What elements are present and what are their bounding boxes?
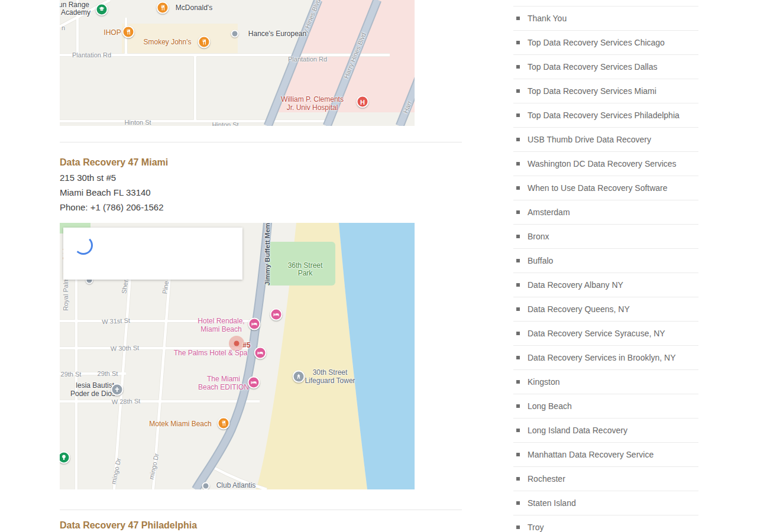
sidebar-item-label: Data Recovery Service Syracuse, NY <box>528 329 665 338</box>
loading-spinner-icon <box>74 236 93 255</box>
bullet-square-icon <box>516 429 520 432</box>
sidebar-item-brooklyn[interactable]: Data Recovery Services in Brooklyn, NY <box>513 346 698 370</box>
sidebar-item-long-beach[interactable]: Long Beach <box>513 394 698 419</box>
sidebar-link-list: Thank You Top Data Recovery Services Chi… <box>513 6 698 532</box>
page: Plantation Rd Plantation Rd Hinton St Hi… <box>0 0 757 532</box>
content-divider <box>60 142 462 142</box>
bullet-square-icon <box>516 89 520 93</box>
sidebar-item-label: Top Data Recovery Services Philadelphia <box>528 111 680 120</box>
sidebar-item-staten-island[interactable]: Staten Island <box>513 491 698 515</box>
sidebar-item-syracuse[interactable]: Data Recovery Service Syracuse, NY <box>513 322 698 346</box>
tower-icon <box>296 374 302 380</box>
bed-icon <box>257 350 264 356</box>
fork-knife-icon <box>160 5 166 11</box>
sidebar-item-queens[interactable]: Data Recovery Queens, NY <box>513 297 698 322</box>
hotel-marker[interactable] <box>248 318 261 330</box>
sidebar-item-label: USB Thumb Drive Data Recovery <box>528 135 651 144</box>
sidebar-item-label: Rochester <box>528 474 565 484</box>
restaurant-marker[interactable] <box>122 26 135 38</box>
sidebar-item-label: Buffalo <box>528 256 553 265</box>
map-loading-card <box>63 228 242 280</box>
sidebar-item-top-philadelphia[interactable]: Top Data Recovery Services Philadelphia <box>513 103 698 128</box>
poi-dot-marker[interactable] <box>202 482 210 490</box>
hospital-h-icon: H <box>360 98 365 105</box>
sidebar-item-troy[interactable]: Troy <box>513 515 698 532</box>
sidebar-item-label: Top Data Recovery Services Chicago <box>528 38 665 47</box>
phone-line: Phone: +1 (786) 206-1562 <box>60 202 164 212</box>
bullet-square-icon <box>516 259 520 262</box>
sidebar-item-albany[interactable]: Data Recovery Albany NY <box>513 273 698 297</box>
sidebar-item-amsterdam[interactable]: Amsterdam <box>513 200 698 225</box>
bed-icon <box>251 321 258 327</box>
sidebar-item-top-chicago[interactable]: Top Data Recovery Services Chicago <box>513 31 698 55</box>
sidebar-item-label: When to Use Data Recovery Software <box>528 183 668 193</box>
bullet-square-icon <box>516 356 520 359</box>
sidebar-item-label: Washington DC Data Recovery Services <box>528 159 677 168</box>
graduation-cap-icon <box>99 7 105 13</box>
sidebar-item-long-island[interactable]: Long Island Data Recovery <box>513 419 698 443</box>
bed-icon <box>251 379 257 386</box>
bullet-square-icon <box>516 307 520 311</box>
bullet-square-icon <box>516 453 520 456</box>
bullet-square-icon <box>516 210 520 214</box>
sidebar-item-label: Data Recovery Services in Brooklyn, NY <box>528 353 676 362</box>
bullet-square-icon <box>516 65 520 69</box>
content-divider <box>60 510 462 510</box>
bullet-square-icon <box>516 113 520 117</box>
sidebar-item-bronx[interactable]: Bronx <box>513 225 698 249</box>
restaurant-marker[interactable] <box>198 36 211 48</box>
sidebar-item-label: Top Data Recovery Services Dallas <box>528 62 657 72</box>
bullet-square-icon <box>516 380 520 384</box>
bullet-square-icon <box>516 283 520 287</box>
sidebar-item-buffalo[interactable]: Buffalo <box>513 249 698 273</box>
tree-icon <box>61 455 67 461</box>
location-heading-miami: Data Recovery 47 Miami <box>60 157 168 168</box>
bullet-square-icon <box>516 186 520 190</box>
sidebar-item-label: Long Beach <box>528 401 572 411</box>
sidebar-item-manhattan[interactable]: Manhattan Data Recovery Service <box>513 443 698 467</box>
sidebar-item-label: Long Island Data Recovery <box>528 426 627 435</box>
sidebar-item-label: Data Recovery Albany NY <box>528 280 623 290</box>
hotel-marker[interactable] <box>248 377 260 389</box>
sidebar-item-usb-thumb[interactable]: USB Thumb Drive Data Recovery <box>513 128 698 152</box>
map-dallas-embed[interactable]: Plantation Rd Plantation Rd Hinton St Hi… <box>60 0 415 126</box>
bullet-square-icon <box>516 501 520 505</box>
bullet-square-icon <box>516 41 520 44</box>
hospital-marker[interactable]: H <box>357 96 369 108</box>
poi-dot-marker[interactable] <box>231 30 239 38</box>
sidebar-item-washington-dc[interactable]: Washington DC Data Recovery Services <box>513 152 698 176</box>
academy-marker[interactable] <box>96 4 108 16</box>
fork-knife-icon <box>221 420 227 427</box>
map-miami-embed[interactable]: Jimmy Buffett Mem Royal Palm Ave Sherida… <box>60 223 415 489</box>
sidebar-item-label: Bronx <box>528 232 549 241</box>
sidebar-item-thank-you[interactable]: Thank You <box>513 7 698 31</box>
hotel-marker[interactable] <box>270 309 283 321</box>
address-line: Miami Beach FL 33140 <box>60 187 151 197</box>
bullet-square-icon <box>516 477 520 481</box>
church-marker[interactable] <box>111 384 124 396</box>
sidebar-item-label: Troy <box>528 523 544 532</box>
sidebar-item-label: Manhattan Data Recovery Service <box>528 450 654 459</box>
sidebar-item-label: Amsterdam <box>528 207 570 217</box>
sidebar-item-label: Thank You <box>528 14 567 23</box>
location-heading-philadelphia: Data Recovery 47 Philadelphia <box>60 520 197 531</box>
sidebar-item-label: Data Recovery Queens, NY <box>528 304 630 314</box>
sidebar-item-rochester[interactable]: Rochester <box>513 467 698 491</box>
fork-knife-icon <box>125 29 132 35</box>
hotel-marker[interactable] <box>254 347 267 359</box>
restaurant-marker[interactable] <box>157 2 169 14</box>
restaurant-marker[interactable] <box>218 417 230 430</box>
address-line: 215 30th st #5 <box>60 173 116 183</box>
sidebar-item-top-miami[interactable]: Top Data Recovery Services Miami <box>513 79 698 103</box>
bullet-square-icon <box>516 17 520 20</box>
lifeguard-tower-marker[interactable] <box>293 371 305 383</box>
bullet-square-icon <box>516 138 520 141</box>
sidebar-item-label: Top Data Recovery Services Miami <box>528 86 656 96</box>
bullet-square-icon <box>516 525 520 529</box>
sidebar-item-when-to-use[interactable]: When to Use Data Recovery Software <box>513 176 698 200</box>
bullet-square-icon <box>516 332 520 335</box>
sidebar-item-label: Kingston <box>528 377 559 387</box>
cross-icon <box>114 387 121 393</box>
sidebar-item-kingston[interactable]: Kingston <box>513 370 698 394</box>
sidebar-item-top-dallas[interactable]: Top Data Recovery Services Dallas <box>513 55 698 79</box>
